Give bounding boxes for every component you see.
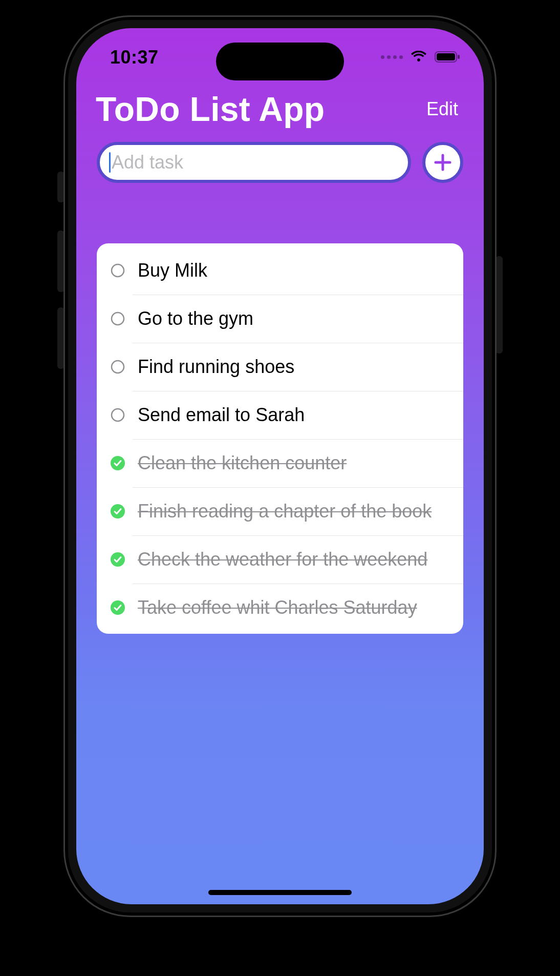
home-indicator [208, 890, 352, 895]
screen: 10:37 [76, 28, 484, 904]
battery-icon [435, 51, 461, 63]
checkmark-circle-icon[interactable] [110, 455, 125, 471]
svg-point-3 [112, 264, 124, 277]
cellular-icon [381, 55, 403, 59]
plus-icon [433, 152, 453, 173]
task-row[interactable]: Take coffee whit Charles Saturday [97, 584, 463, 632]
phone-frame: 10:37 [63, 15, 497, 917]
task-text: Find running shoes [138, 356, 294, 378]
dynamic-island [216, 43, 344, 80]
svg-rect-2 [458, 55, 460, 59]
task-text: Send email to Sarah [138, 404, 305, 426]
svg-point-5 [112, 361, 124, 373]
add-task-button[interactable] [422, 142, 463, 183]
task-row[interactable]: Check the weather for the weekend [97, 535, 463, 584]
task-list: Buy Milk Go to the gym Find running shoe… [97, 243, 463, 634]
circle-icon[interactable] [110, 311, 125, 326]
task-text: Buy Milk [138, 260, 207, 281]
task-text: Finish reading a chapter of the book [138, 501, 432, 522]
task-text: Take coffee whit Charles Saturday [138, 597, 417, 618]
task-row[interactable]: Find running shoes [97, 343, 463, 391]
task-text: Go to the gym [138, 308, 253, 329]
task-text: Check the weather for the weekend [138, 549, 427, 570]
edit-button[interactable]: Edit [426, 98, 458, 120]
checkmark-circle-icon[interactable] [110, 504, 125, 519]
task-row[interactable]: Go to the gym [97, 295, 463, 343]
task-row[interactable]: Clean the kitchen counter [97, 439, 463, 487]
add-task-field-wrap[interactable] [97, 142, 411, 183]
task-row[interactable]: Buy Milk [97, 246, 463, 295]
svg-point-4 [112, 313, 124, 325]
circle-icon[interactable] [110, 359, 125, 375]
svg-rect-1 [437, 53, 455, 60]
circle-icon[interactable] [110, 263, 125, 278]
task-text: Clean the kitchen counter [138, 452, 347, 474]
svg-point-6 [112, 409, 124, 421]
page-title: ToDo List App [96, 90, 325, 129]
circle-icon[interactable] [110, 407, 125, 423]
status-time: 10:37 [110, 47, 159, 68]
text-cursor [109, 152, 111, 173]
add-task-input[interactable] [112, 152, 399, 173]
task-row[interactable]: Send email to Sarah [97, 391, 463, 439]
task-row[interactable]: Finish reading a chapter of the book [97, 487, 463, 535]
checkmark-circle-icon[interactable] [110, 552, 125, 567]
wifi-icon [410, 51, 427, 63]
checkmark-circle-icon[interactable] [110, 600, 125, 615]
